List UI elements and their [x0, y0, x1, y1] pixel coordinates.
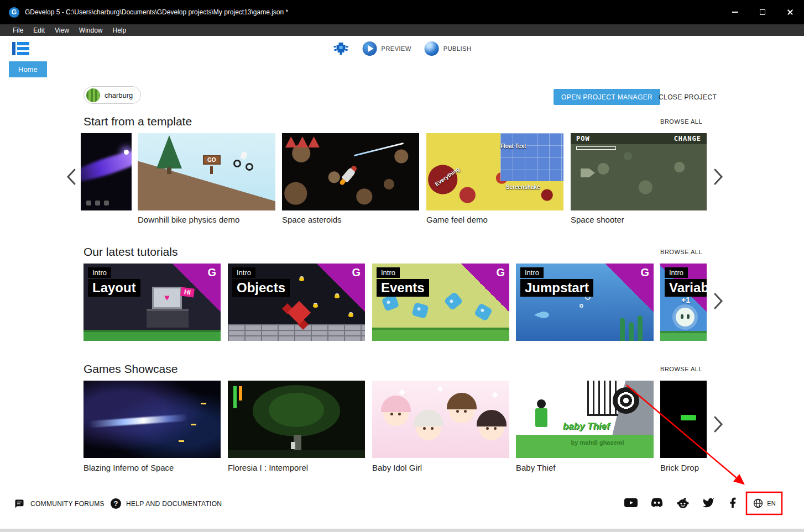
- template-card-downhill-bike[interactable]: GO: [138, 133, 275, 210]
- showcase-card-floresia[interactable]: [228, 381, 365, 458]
- showcase-card-brick-drop-partial[interactable]: [660, 381, 707, 458]
- debug-button[interactable]: [333, 41, 349, 56]
- bullet-art: [179, 440, 184, 442]
- tutorial-card-layout[interactable]: ♥ Hi G Intro Layout: [83, 264, 221, 341]
- tab-home[interactable]: Home: [9, 61, 47, 77]
- menu-file[interactable]: File: [8, 27, 28, 34]
- close-icon: [787, 9, 793, 15]
- go-sign: GO: [203, 155, 221, 165]
- template-card-partial[interactable]: [81, 133, 132, 210]
- wheel-art: [246, 163, 253, 171]
- intro-tag: Intro: [88, 267, 111, 278]
- template-card-space-asteroids[interactable]: [282, 133, 419, 210]
- tutorial-title: Objects: [232, 279, 290, 297]
- project-manager-icon[interactable]: [11, 40, 31, 60]
- particle-head-art: [124, 150, 129, 155]
- facebook-icon: [727, 497, 739, 509]
- sparkle-art: [437, 386, 443, 392]
- avatar: [86, 88, 100, 102]
- twitter-icon: [702, 497, 715, 509]
- seaweed-art: [629, 322, 634, 341]
- open-project-manager-button[interactable]: OPEN PROJECT MANAGER: [554, 89, 660, 105]
- intro-tag: Intro: [232, 267, 255, 278]
- templates-right-arrow[interactable]: [711, 167, 725, 189]
- template-card-game-feel[interactable]: Float Text Everything Screenshake: [426, 133, 563, 210]
- wheel-art: [233, 160, 241, 167]
- showcase-right-arrow[interactable]: [711, 414, 725, 436]
- youtube-link[interactable]: [624, 497, 638, 509]
- template-card-space-shooter[interactable]: POW CHANGE: [571, 133, 707, 210]
- template-caption-space-shooter: Space shooter: [571, 215, 624, 224]
- publish-button[interactable]: PUBLISH: [425, 41, 472, 56]
- gdevelop-logo-icon: G: [640, 266, 649, 279]
- thumbnail-social-icons: [86, 201, 109, 206]
- gdevelop-logo-icon: G: [496, 266, 505, 279]
- tutorials-right-arrow[interactable]: [711, 291, 725, 313]
- section-title-tutorials: Our latest tutorials: [83, 245, 177, 259]
- reddit-link[interactable]: [676, 497, 690, 509]
- tutorial-card-events[interactable]: G Intro Events: [372, 264, 509, 341]
- minimize-button[interactable]: [721, 0, 749, 24]
- showcase-card-baby-thief[interactable]: baby Thief by mahdi ghasemi: [516, 381, 654, 458]
- browse-all-tutorials[interactable]: BROWSE ALL: [660, 249, 702, 255]
- twitter-link[interactable]: [702, 497, 715, 509]
- preview-label: PREVIEW: [382, 45, 411, 52]
- bee-art: [348, 313, 353, 317]
- minimize-icon: [732, 12, 738, 13]
- menu-edit[interactable]: Edit: [28, 27, 50, 34]
- tutorial-card-variables-partial[interactable]: +1 Intro Variab: [660, 264, 707, 341]
- language-label: EN: [767, 500, 775, 507]
- tutorial-card-jumpstart[interactable]: G Intro Jumpstart: [516, 264, 654, 341]
- menu-help[interactable]: Help: [108, 27, 132, 34]
- showcase-card-baby-idol-girl[interactable]: [372, 381, 509, 458]
- rider-art: [240, 151, 248, 160]
- language-button[interactable]: EN: [749, 494, 780, 512]
- youtube-icon: [624, 497, 638, 509]
- maximize-button[interactable]: [749, 0, 776, 24]
- templates-left-arrow[interactable]: [64, 167, 79, 189]
- help-documentation-link[interactable]: ? HELP AND DOCUMENTATION: [111, 498, 222, 509]
- maximize-icon: [760, 9, 765, 15]
- publish-label: PUBLISH: [443, 45, 472, 52]
- facebook-link[interactable]: [727, 497, 739, 509]
- preview-button[interactable]: PREVIEW: [363, 41, 411, 56]
- showcase-card-blazing-inferno[interactable]: [83, 381, 221, 458]
- title-bar: G GDevelop 5 - C:\Users\charburg\Documen…: [0, 0, 804, 24]
- ship-art: [581, 168, 595, 177]
- bullet-art: [191, 424, 196, 425]
- bubble-art: [579, 304, 583, 308]
- community-forums-label: COMMUNITY FORUMS: [30, 500, 105, 508]
- hud-bar: POW CHANGE: [571, 133, 707, 144]
- sparkle-art: [399, 389, 405, 395]
- user-chip[interactable]: charburg: [83, 86, 141, 104]
- seaweed-art: [638, 315, 643, 341]
- menu-window[interactable]: Window: [74, 27, 108, 34]
- discord-link[interactable]: [650, 497, 664, 509]
- character-art: [449, 398, 474, 423]
- tree-trunk-art: [167, 167, 171, 174]
- showcase-caption-baby-thief: Baby Thief: [516, 463, 555, 472]
- window-controls: [721, 0, 804, 24]
- template-caption-space-asteroids: Space asteroids: [282, 215, 342, 224]
- menu-view[interactable]: View: [50, 27, 74, 34]
- character-art: [383, 401, 409, 426]
- reddit-icon: [676, 497, 690, 509]
- gdevelop-logo-icon: G: [352, 266, 361, 279]
- close-button[interactable]: [776, 0, 804, 24]
- tutorial-card-objects[interactable]: G Intro Objects: [228, 264, 365, 341]
- tutorial-title: Events: [377, 279, 429, 297]
- tutorial-title: Jumpstart: [520, 279, 593, 297]
- game-credit-text: by mahdi ghasemi: [571, 439, 624, 446]
- browse-all-templates[interactable]: BROWSE ALL: [660, 118, 702, 125]
- browse-all-showcase[interactable]: BROWSE ALL: [660, 366, 702, 372]
- screenshake-label: Screenshake: [506, 184, 540, 190]
- community-forums-link[interactable]: COMMUNITY FORUMS: [13, 498, 105, 509]
- grass-art: [372, 328, 509, 341]
- pow-label: POW: [576, 135, 590, 143]
- discord-icon: [650, 497, 664, 509]
- go-sign-label: GO: [207, 157, 216, 163]
- intro-tag: Intro: [377, 267, 400, 278]
- ground-art: [660, 331, 707, 341]
- sparkle-art: [492, 392, 498, 398]
- close-project-button[interactable]: CLOSE PROJECT: [654, 89, 721, 105]
